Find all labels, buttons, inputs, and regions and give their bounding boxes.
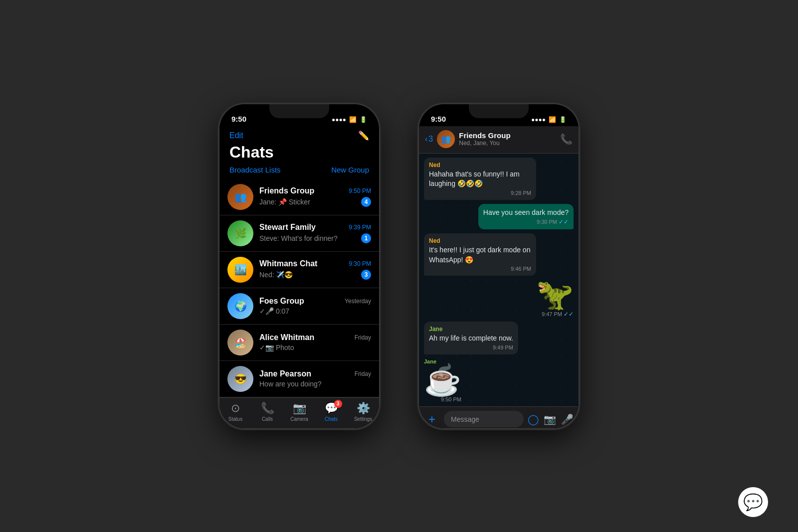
phones-container: 9:50 ●●●● 📶 🔋 Edit ✏️ Chats bbox=[219, 104, 579, 428]
tab-camera[interactable]: 📷 Camera bbox=[283, 402, 315, 422]
status-icons-2: ●●●● 📶 🔋 bbox=[531, 116, 567, 123]
calls-tab-icon: 📞 bbox=[261, 402, 274, 414]
chat-time-stewart-family: 9:39 PM bbox=[349, 224, 371, 231]
whatsapp-icon: 💬 bbox=[743, 493, 763, 512]
conversation-header: ‹ 3 👥 Friends Group Ned, Jane, You 📞 bbox=[419, 126, 579, 154]
unread-badge-stewart-family: 1 bbox=[361, 233, 371, 243]
avatar-whitmans-chat: 🏙️ bbox=[227, 257, 253, 283]
message-placeholder: Message bbox=[451, 415, 479, 423]
compose-button[interactable]: ✏️ bbox=[358, 130, 369, 141]
status-tab-icon: ⊙ bbox=[231, 402, 240, 414]
mic-button[interactable]: 🎤 bbox=[561, 413, 574, 425]
tab-status[interactable]: ⊙ Status bbox=[219, 402, 251, 422]
chat-item-whitmans-chat[interactable]: 🏙️ Whitmans Chat 9:30 PM Ned: ✈️😎 3 bbox=[219, 252, 379, 288]
wifi-icon-2: 📶 bbox=[549, 116, 556, 123]
message-sent-1: Have you seen dark mode? 9:30 PM ✓✓ bbox=[478, 204, 574, 230]
chat-preview-alice-whitman: ✓📷 Photo bbox=[259, 344, 294, 352]
unread-badge-friends-group: 4 bbox=[361, 197, 371, 207]
wifi-icon: 📶 bbox=[349, 116, 357, 123]
chat-info-foes-group: Foes Group Yesterday ✓🎤 0:07 bbox=[259, 297, 371, 315]
message-ned-2: Ned It's here!! I just got dark mode on … bbox=[424, 233, 536, 276]
msg-time-sticker: 9:47 PM ✓✓ bbox=[536, 311, 574, 318]
msg-time-sent-1: 9:30 PM ✓✓ bbox=[483, 218, 569, 225]
battery-icon: 🔋 bbox=[360, 116, 367, 123]
chats-header: Edit ✏️ Chats Broadcast Lists New Group bbox=[219, 126, 379, 179]
msg-time-jane-1: 9:49 PM bbox=[429, 345, 513, 351]
camera-input-button[interactable]: 📷 bbox=[544, 413, 556, 425]
chat-name-jane-pearson: Jane Pearson bbox=[259, 369, 311, 378]
message-input[interactable]: Message bbox=[444, 411, 524, 427]
battery-icon-2: 🔋 bbox=[559, 116, 567, 123]
back-button[interactable]: ‹ 3 bbox=[425, 135, 433, 144]
chat-preview-jane-pearson: How are you doing? bbox=[259, 380, 322, 388]
video-call-button[interactable]: 📞 bbox=[560, 133, 573, 145]
messages-area: Ned Hahaha that's so funny!! I am laughi… bbox=[419, 154, 579, 407]
chat-item-alice-whitman[interactable]: 🏖️ Alice Whitman Friday ✓📷 Photo bbox=[219, 325, 379, 361]
back-count: 3 bbox=[428, 135, 433, 144]
msg-sender-jane-1: Jane bbox=[429, 326, 513, 333]
chat-info-jane-pearson: Jane Pearson Friday How are you doing? bbox=[259, 369, 371, 388]
chat-time-alice-whitman: Friday bbox=[355, 334, 371, 341]
chat-time-jane-pearson: Friday bbox=[355, 370, 371, 377]
status-time-2: 9:50 bbox=[431, 115, 446, 123]
message-jane-1: Jane Ah my life is complete now. 9:49 PM bbox=[424, 322, 518, 355]
group-name: Friends Group bbox=[459, 131, 556, 140]
status-time-1: 9:50 bbox=[231, 115, 246, 123]
calls-tab-label: Calls bbox=[262, 416, 273, 422]
chat-name-stewart-family: Stewart Family bbox=[259, 223, 316, 232]
chat-time-whitmans-chat: 9:30 PM bbox=[349, 260, 371, 267]
msg-text-ned-2: It's here!! I just got dark mode on What… bbox=[429, 245, 531, 265]
signal-icon-2: ●●●● bbox=[531, 116, 546, 123]
chat-name-alice-whitman: Alice Whitman bbox=[259, 333, 314, 342]
tab-settings[interactable]: ⚙️ Settings bbox=[347, 402, 379, 422]
group-header-info: Friends Group Ned, Jane, You bbox=[459, 131, 556, 147]
new-group-button[interactable]: New Group bbox=[331, 166, 369, 174]
msg-text-sent-1: Have you seen dark mode? bbox=[483, 208, 569, 218]
msg-text-ned-1: Hahaha that's so funny!! I am laughing 🤣… bbox=[429, 170, 531, 189]
add-button[interactable]: + bbox=[424, 411, 440, 427]
chat-preview-whitmans-chat: Ned: ✈️😎 bbox=[259, 271, 293, 279]
signal-icon: ●●●● bbox=[332, 116, 346, 123]
message-ned-1: Ned Hahaha that's so funny!! I am laughi… bbox=[424, 158, 536, 200]
chat-preview-friends-group: Jane: 📌 Sticker bbox=[259, 198, 310, 206]
status-bar-1: 9:50 ●●●● 📶 🔋 bbox=[219, 104, 379, 126]
camera-tab-icon: 📷 bbox=[293, 402, 306, 414]
broadcast-lists-button[interactable]: Broadcast Lists bbox=[229, 166, 281, 174]
msg-ticks-sticker: ✓✓ bbox=[564, 311, 574, 318]
tab-calls[interactable]: 📞 Calls bbox=[251, 402, 283, 422]
camera-tab-label: Camera bbox=[290, 416, 308, 422]
message-sticker-jane: Jane ☕ 9:50 PM bbox=[424, 358, 461, 402]
msg-time-jane-sticker: 9:50 PM bbox=[424, 396, 461, 402]
input-actions: ◯ 📷 🎤 bbox=[528, 413, 574, 425]
chat-item-friends-group[interactable]: 👥 Friends Group 9:50 PM Jane: 📌 Sticker … bbox=[219, 179, 379, 215]
avatar-alice-whitman: 🏖️ bbox=[227, 330, 253, 355]
chat-preview-stewart-family: Steve: What's for dinner? bbox=[259, 234, 338, 242]
chat-item-jane-pearson[interactable]: 😎 Jane Pearson Friday How are you doing? bbox=[219, 361, 379, 397]
chevron-left-icon: ‹ bbox=[425, 135, 427, 144]
avatar-foes-group: 🌍 bbox=[227, 293, 253, 319]
avatar-jane-pearson: 😎 bbox=[227, 366, 253, 392]
chat-list: 👥 Friends Group 9:50 PM Jane: 📌 Sticker … bbox=[219, 179, 379, 397]
msg-time-ned-1: 9:28 PM bbox=[429, 190, 531, 196]
avatar-stewart-family: 🌿 bbox=[227, 220, 253, 246]
msg-sender-ned-2: Ned bbox=[429, 237, 531, 244]
chat-preview-foes-group: ✓🎤 0:07 bbox=[259, 307, 289, 315]
chat-item-foes-group[interactable]: 🌍 Foes Group Yesterday ✓🎤 0:07 bbox=[219, 288, 379, 325]
avatar-friends-group: 👥 bbox=[227, 184, 253, 210]
settings-tab-label: Settings bbox=[354, 416, 372, 422]
chat-time-foes-group: Yesterday bbox=[345, 298, 371, 305]
status-bar-2: 9:50 ●●●● 📶 🔋 bbox=[419, 104, 579, 126]
edit-button[interactable]: Edit bbox=[229, 131, 243, 140]
message-sticker-sent: 🦖 9:47 PM ✓✓ bbox=[536, 280, 574, 318]
status-tab-label: Status bbox=[228, 416, 242, 422]
chats-tab-badge: 3 bbox=[334, 400, 342, 408]
tab-chats[interactable]: 💬 3 Chats bbox=[315, 402, 347, 422]
group-avatar: 👥 bbox=[437, 130, 455, 148]
chat-name-whitmans-chat: Whitmans Chat bbox=[259, 259, 317, 268]
chat-name-friends-group: Friends Group bbox=[259, 186, 314, 195]
unread-badge-whitmans-chat: 3 bbox=[361, 270, 371, 280]
chat-item-stewart-family[interactable]: 🌿 Stewart Family 9:39 PM Steve: What's f… bbox=[219, 215, 379, 252]
whatsapp-logo: 💬 bbox=[738, 487, 768, 517]
sticker-button[interactable]: ◯ bbox=[528, 413, 539, 425]
msg-sender-ned-1: Ned bbox=[429, 162, 531, 169]
